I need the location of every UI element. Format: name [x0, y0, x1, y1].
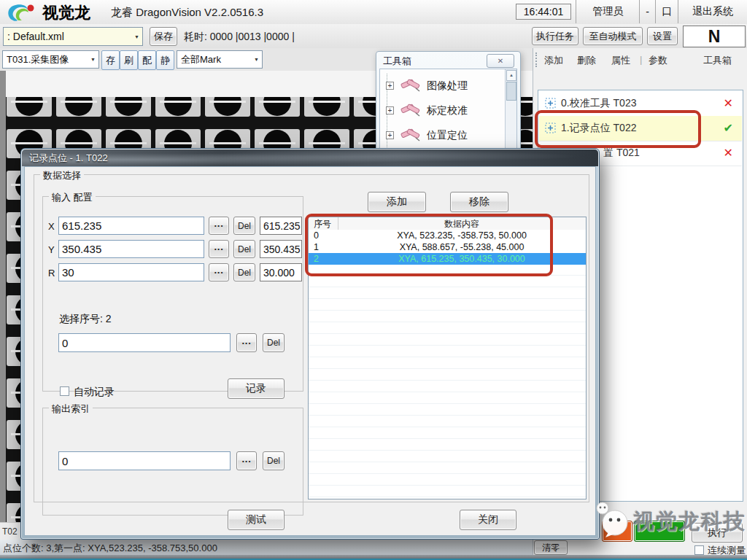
crossed-tools-icon: [400, 101, 421, 118]
menu-divider: |: [640, 54, 642, 65]
point-row-0[interactable]: 0 XYA, 523.235, -358.753, 50.000: [309, 230, 586, 241]
settings-button[interactable]: 设置: [647, 27, 678, 45]
point-data-list[interactable]: 序号 数据内容 0 XYA, 523.235, -358.753, 50.000…: [308, 217, 587, 499]
select-del-button[interactable]: Del: [263, 333, 285, 352]
window-frame-bottom: [0, 555, 747, 560]
r-label: R: [48, 268, 55, 279]
static-button[interactable]: 静: [156, 50, 174, 70]
dragonvision-window: 视觉龙 龙睿 DragonVision V2.2.0516.3 16:44:01…: [0, 0, 747, 560]
config-button[interactable]: 配: [138, 50, 156, 70]
locate-tool-icon: [545, 122, 556, 133]
expand-icon[interactable]: +: [386, 131, 394, 139]
config-file-combo[interactable]: : Default.xml ▼: [3, 27, 143, 46]
auto-record-label: 自动记录: [74, 386, 115, 399]
status-button-green[interactable]: [634, 521, 685, 542]
task-add-button[interactable]: 添加: [544, 54, 563, 67]
clear-button[interactable]: 清零: [534, 540, 568, 555]
r-browse-button[interactable]: ···: [209, 263, 229, 281]
toolbox-item-positioning[interactable]: + 位置定位: [383, 123, 503, 148]
toolbox-item-image-processing[interactable]: + 图像处理: [383, 74, 503, 98]
scrollbar-thumb[interactable]: [506, 82, 516, 101]
close-icon[interactable]: ✕: [487, 54, 514, 68]
output-del-button[interactable]: Del: [263, 451, 285, 470]
toolbox-item-calibration[interactable]: + 标定校准: [383, 98, 503, 123]
minimize-button[interactable]: -: [639, 0, 655, 23]
exit-system-button[interactable]: 退出系统: [678, 0, 747, 23]
output-browse-button[interactable]: ···: [236, 451, 257, 470]
y-browse-button[interactable]: ···: [209, 240, 229, 258]
output-index-input[interactable]: [58, 451, 231, 470]
test-button[interactable]: 测试: [228, 510, 285, 530]
task-delete-button[interactable]: 删除: [577, 54, 596, 67]
task-row-record-point[interactable]: 1.记录点位 T022 ✔: [539, 116, 742, 141]
y-label: Y: [48, 244, 55, 255]
r-input[interactable]: [58, 263, 204, 281]
x-input[interactable]: [58, 217, 204, 235]
save-button[interactable]: 保存: [150, 27, 177, 46]
toolbox-scrollbar[interactable]: ▲: [505, 69, 516, 160]
point-row-2-selected[interactable]: 2 XYA, 615.235, 350.435, 30.000: [309, 253, 586, 265]
point-row-1[interactable]: 1 XYA, 588.657, -55.238, 45.000: [309, 241, 586, 253]
task-row-calibration[interactable]: 0.校准工具 T023 ✕: [539, 91, 742, 117]
window-frame-left: [0, 71, 6, 540]
auto-mode-button[interactable]: 至自动模式: [583, 27, 643, 45]
capture-tool-combo[interactable]: T031.采集图像 ▼: [2, 50, 99, 69]
titlebar-right: 16:44:01 管理员 - 口 退出系统: [511, 0, 747, 23]
task-label: 0.校准工具 T023: [561, 91, 636, 115]
list-header: 序号 数据内容: [309, 217, 586, 230]
select-browse-button[interactable]: ···: [236, 333, 257, 352]
x-result: 615.235: [260, 217, 302, 235]
run-task-button[interactable]: 执行任务: [532, 27, 578, 45]
scroll-up-icon[interactable]: ▲: [506, 70, 516, 81]
r-result: 30.000: [260, 263, 302, 281]
row-index: 1: [309, 242, 338, 252]
status-info: 点位个数: 3,第一点: XYA,523.235, -358.753,50.00…: [3, 542, 217, 555]
remove-point-button[interactable]: 移除: [450, 192, 508, 212]
toolbar-gripper[interactable]: [535, 52, 537, 67]
expand-icon[interactable]: +: [386, 82, 394, 90]
row-data: XYA, 588.657, -55.238, 45.000: [338, 242, 586, 252]
crossed-tools-icon: [400, 125, 421, 143]
store-button[interactable]: 存: [101, 50, 120, 70]
y-input[interactable]: [58, 240, 204, 258]
elapsed-time-label: 耗时: 0000 |0013 |0000 |: [184, 31, 295, 44]
execute-button[interactable]: 执行: [692, 523, 743, 542]
data-select-label: 数据选择: [40, 169, 84, 182]
x-del-button[interactable]: Del: [233, 217, 255, 235]
output-index-label: 输出索引: [49, 402, 93, 416]
refresh-button[interactable]: 刷: [120, 50, 138, 70]
mark-combo[interactable]: 全部Mark ▼: [177, 50, 263, 69]
expand-icon[interactable]: +: [386, 106, 394, 114]
x-browse-button[interactable]: ···: [209, 217, 229, 235]
robot-button-orange[interactable]: [602, 521, 632, 542]
dialog-body: 数据选择 输入 配置 X ··· Del 615.235 Y ··· Del 3…: [24, 166, 596, 536]
fail-icon: ✕: [724, 141, 733, 165]
select-index-input[interactable]: [58, 333, 231, 352]
dialog-titlebar[interactable]: 记录点位 - 1. T022: [22, 149, 598, 166]
clock-wrap: 16:44:01: [511, 0, 576, 23]
header-data: 数据内容: [338, 218, 586, 230]
continuous-measure-label: 连续测量: [708, 544, 746, 557]
maximize-button[interactable]: 口: [655, 0, 678, 23]
task-property-button[interactable]: 属性: [611, 54, 630, 67]
ok-icon: ✔: [724, 116, 733, 140]
mark-value: 全部Mark: [177, 53, 251, 66]
toolbox-open-button[interactable]: 工具箱: [703, 54, 732, 67]
task-param-button[interactable]: 参数: [649, 54, 667, 67]
r-del-button[interactable]: Del: [233, 263, 255, 281]
current-user: 管理员: [576, 0, 639, 23]
row-index: 2: [309, 254, 338, 264]
continuous-measure-checkbox[interactable]: [694, 545, 704, 555]
header-index: 序号: [314, 218, 331, 230]
y-del-button[interactable]: Del: [233, 240, 255, 258]
task-label-fragment: 置 T021: [603, 141, 640, 165]
add-point-button[interactable]: 添加: [368, 192, 426, 212]
row-index: 0: [309, 230, 338, 241]
toolbox-tree: + 图像处理 +: [379, 69, 517, 161]
record-button[interactable]: 记录: [228, 378, 285, 399]
close-button[interactable]: 关闭: [460, 510, 516, 530]
clock: 16:44:01: [516, 4, 572, 20]
auto-record-checkbox[interactable]: [60, 386, 69, 396]
fail-icon: ✕: [724, 91, 733, 115]
y-result: 350.435: [260, 240, 302, 258]
